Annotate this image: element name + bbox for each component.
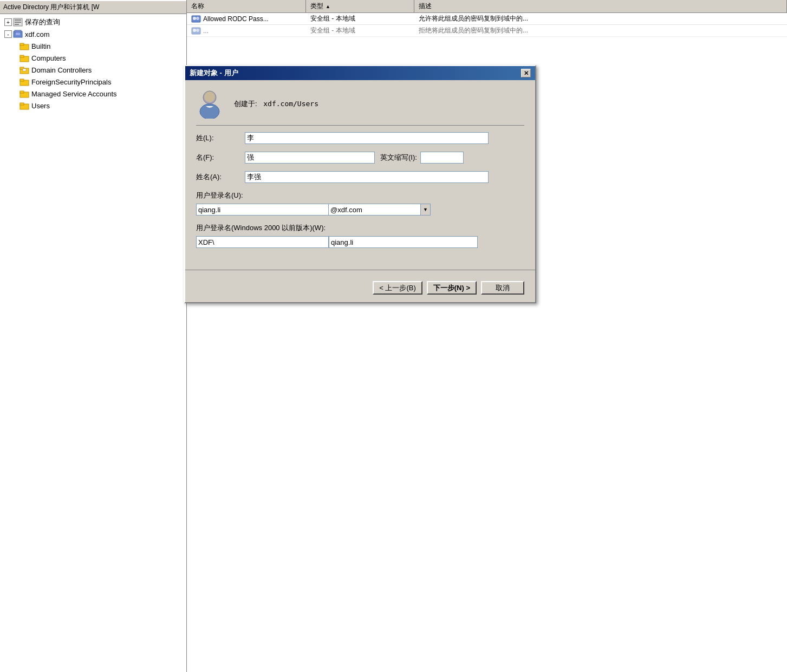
svg-point-27 xyxy=(204,92,215,102)
full-name-input[interactable] xyxy=(245,171,489,183)
legacy-logon-label: 用户登录名(Windows 2000 以前版本)(W): xyxy=(196,223,524,233)
svg-rect-5 xyxy=(15,30,21,32)
domain-dropdown-arrow[interactable]: ▼ xyxy=(421,204,431,216)
tree-header: Active Directory 用户和计算机 [W xyxy=(0,1,186,14)
user-logon-label: 用户登录名(U): xyxy=(196,191,524,200)
created-at-value: xdf.com/Users xyxy=(263,100,318,108)
back-button[interactable]: < 上一步(B) xyxy=(373,281,422,295)
full-name-row: 姓名(A): xyxy=(196,171,524,183)
user-logon-input[interactable] xyxy=(196,204,329,216)
users-label: Users xyxy=(31,102,50,110)
dialog-footer: < 上一步(B) 下一步(N) > 取消 xyxy=(185,276,535,302)
new-user-dialog: 新建对象 - 用户 ✕ xyxy=(184,65,536,303)
last-name-row: 姓(L): xyxy=(196,132,524,144)
folder-icon-users xyxy=(19,101,29,110)
svg-rect-8 xyxy=(20,43,24,45)
svg-point-25 xyxy=(196,29,199,32)
dialog-close-button[interactable]: ✕ xyxy=(521,69,531,77)
group-icon xyxy=(191,27,201,35)
expand-icon-xdf[interactable]: - xyxy=(4,30,12,38)
folder-icon-msa xyxy=(19,89,29,99)
dialog-info-row: 创建于: xdf.com/Users xyxy=(196,89,524,126)
tree-item-xdf-com[interactable]: - xdf.com xyxy=(0,28,186,40)
first-name-input[interactable] xyxy=(245,152,375,164)
initials-label: 英文缩写(I): xyxy=(380,153,417,162)
tree-item-foreign-security[interactable]: ForeignSecurityPrincipals xyxy=(0,76,186,88)
col-desc-label: 描述 xyxy=(419,2,432,11)
legacy-prefix-input[interactable] xyxy=(196,236,329,248)
expand-icon[interactable]: + xyxy=(4,18,12,26)
svg-rect-17 xyxy=(20,91,24,93)
svg-point-22 xyxy=(196,17,199,20)
dc-label: Domain Controllers xyxy=(31,66,92,74)
table-row[interactable]: ... 安全组 - 本地域 拒绝将此组成员的密码复制到域中的... xyxy=(187,25,787,37)
tree-panel: Active Directory 用户和计算机 [W + 保存的查询 xyxy=(0,0,187,672)
svg-rect-1 xyxy=(15,19,21,21)
user-logon-input-row: @xdf.com ▼ xyxy=(196,204,524,216)
cell-type: 安全组 - 本地域 xyxy=(306,13,414,24)
folder-icon-fsp xyxy=(19,77,29,87)
svg-rect-2 xyxy=(15,22,21,23)
dialog-body: 创建于: xdf.com/Users 姓(L): 名(F): 英文缩写(I): … xyxy=(185,80,535,264)
msa-label: Managed Service Accounts xyxy=(31,90,117,98)
xdf-com-label: xdf.com xyxy=(25,30,50,38)
svg-rect-10 xyxy=(20,55,24,57)
first-name-row: 名(F): 英文缩写(I): xyxy=(196,152,524,164)
tree-item-computers[interactable]: Computers xyxy=(0,52,186,64)
svg-rect-3 xyxy=(15,24,19,25)
tree-item-managed-service[interactable]: Managed Service Accounts xyxy=(0,88,186,100)
created-at-label: 创建于: xyxy=(234,100,257,108)
col-header-type[interactable]: 类型 ▲ xyxy=(306,0,414,12)
col-type-label: 类型 xyxy=(310,2,323,11)
cell-desc: 允许将此组成员的密码复制到域中的... xyxy=(414,13,787,24)
svg-rect-6 xyxy=(16,32,20,35)
svg-rect-13 xyxy=(23,69,26,71)
svg-rect-15 xyxy=(20,79,24,81)
legacy-logon-input[interactable] xyxy=(329,236,478,248)
folder-icon-computers xyxy=(19,53,29,63)
dialog-titlebar: 新建对象 - 用户 ✕ xyxy=(185,66,535,80)
cell-name: Allowed RODC Pass... xyxy=(187,13,306,24)
app-title: Active Directory 用户和计算机 [W xyxy=(3,3,99,11)
sort-arrow-icon: ▲ xyxy=(326,4,330,9)
full-name-label: 姓名(A): xyxy=(196,172,245,182)
last-name-input[interactable] xyxy=(245,132,489,144)
svg-point-21 xyxy=(193,17,196,20)
next-button[interactable]: 下一步(N) > xyxy=(427,281,477,295)
user-logon-section: 用户登录名(U): @xdf.com ▼ xyxy=(196,191,524,216)
tree-item-users[interactable]: Users xyxy=(0,100,186,112)
dialog-divider xyxy=(185,270,535,270)
col-name-label: 名称 xyxy=(191,2,204,11)
first-name-label: 名(F): xyxy=(196,153,245,162)
initials-input[interactable] xyxy=(420,152,464,164)
legacy-login-input-row xyxy=(196,236,524,248)
group-icon xyxy=(191,15,201,23)
cancel-button[interactable]: 取消 xyxy=(481,281,524,295)
tree-item-builtin[interactable]: Builtin xyxy=(0,40,186,52)
tree-item-domain-controllers[interactable]: Domain Controllers xyxy=(0,64,186,76)
tree-item-saved-queries[interactable]: + 保存的查询 xyxy=(0,16,186,28)
domain-icon xyxy=(13,29,23,39)
builtin-label: Builtin xyxy=(31,42,50,50)
folder-icon-builtin xyxy=(19,41,29,51)
saved-queries-label: 保存的查询 xyxy=(25,17,60,27)
dialog-info-text: 创建于: xdf.com/Users xyxy=(234,99,318,109)
legacy-logon-section: 用户登录名(Windows 2000 以前版本)(W): xyxy=(196,223,524,248)
cell-type: 安全组 - 本地域 xyxy=(306,25,414,36)
svg-point-24 xyxy=(193,29,196,32)
tree-view: + 保存的查询 - xyxy=(0,14,186,112)
domain-value: @xdf.com xyxy=(330,206,362,214)
last-name-label: 姓(L): xyxy=(196,133,245,143)
saved-queries-icon xyxy=(13,17,23,27)
domain-dropdown[interactable]: @xdf.com xyxy=(329,204,421,216)
user-avatar xyxy=(196,89,223,119)
col-header-name[interactable]: 名称 xyxy=(187,0,306,12)
folder-icon-dc xyxy=(19,65,29,75)
cell-desc: 拒绝将此组成员的密码复制到域中的... xyxy=(414,25,787,36)
fsp-label: ForeignSecurityPrincipals xyxy=(31,78,111,86)
table-row[interactable]: Allowed RODC Pass... 安全组 - 本地域 允许将此组成员的密… xyxy=(187,13,787,25)
computers-label: Computers xyxy=(31,54,66,62)
dialog-title: 新建对象 - 用户 xyxy=(190,68,238,78)
svg-rect-19 xyxy=(20,103,24,105)
col-header-desc[interactable]: 描述 xyxy=(414,0,787,12)
